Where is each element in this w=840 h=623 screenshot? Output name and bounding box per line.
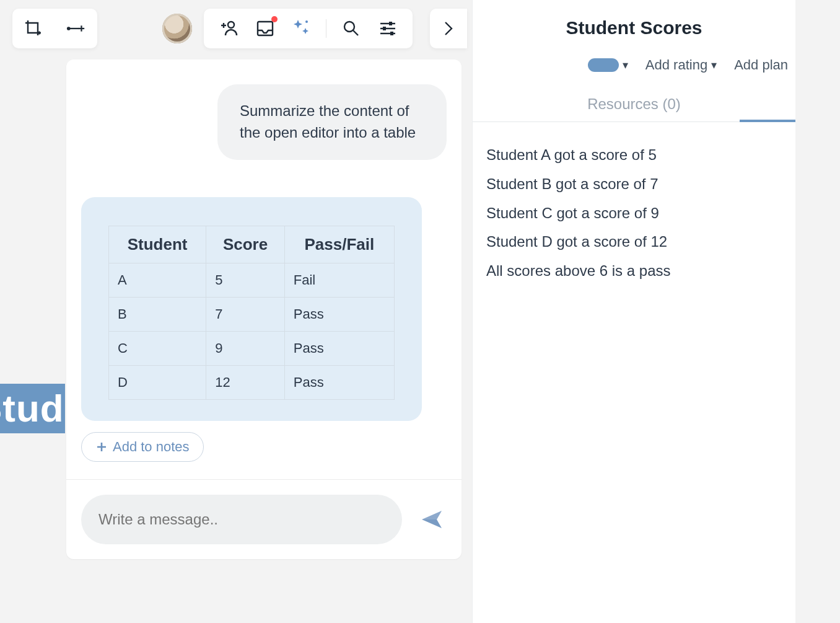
notification-dot [271,16,278,22]
svg-point-1 [228,22,234,28]
svg-point-3 [305,20,308,23]
send-button[interactable] [417,505,447,534]
table-row: D 12 Pass [109,365,395,399]
table-row: B 7 Pass [109,297,395,331]
svg-rect-7 [390,32,393,35]
tab-indicator [740,120,795,122]
chevron-down-icon: ▾ [711,58,717,72]
color-pill-dropdown[interactable]: ▾ [588,58,628,72]
add-rating-button[interactable]: Add rating ▾ [645,57,717,73]
content-line: Student C got a score of 9 [486,199,782,228]
message-input[interactable] [81,495,402,544]
svg-rect-6 [383,27,386,30]
content-line: Student D got a score of 12 [486,228,782,257]
svg-rect-5 [389,22,392,25]
background-selection-text: Stud [0,384,65,433]
collapse-panel-button[interactable] [430,9,467,48]
toolbar-divider [326,19,326,38]
search-icon[interactable] [340,17,362,40]
sidebar-content: Student A got a score of 5 Student B got… [473,122,795,304]
sparkle-icon[interactable] [290,17,312,40]
th-student: Student [109,226,206,263]
color-pill [588,58,619,72]
add-user-icon[interactable] [217,17,240,40]
add-to-notes-label: Add to notes [113,439,190,455]
content-line: Student B got a score of 7 [486,170,782,199]
table-row: C 9 Pass [109,331,395,365]
table-row: A 5 Fail [109,263,395,297]
th-score: Score [206,226,285,263]
score-table: Student Score Pass/Fail A 5 Fail B [108,226,395,400]
crop-add-icon[interactable] [24,19,43,38]
svg-point-4 [344,22,354,32]
ai-response-card: Student Score Pass/Fail A 5 Fail B [81,197,422,421]
right-sidebar: Student Scores ▾ Add rating ▾ Add plan R… [472,0,795,623]
add-plan-button[interactable]: Add plan [734,57,788,73]
plus-icon [95,441,108,453]
th-passfail: Pass/Fail [284,226,394,263]
add-to-notes-button[interactable]: Add to notes [81,432,204,462]
user-message-bubble: Summarize the content of the open editor… [217,84,447,160]
content-line: Student A got a score of 5 [486,141,782,170]
chevron-down-icon: ▾ [623,58,628,72]
tab-resources[interactable]: Resources (0) [587,95,681,112]
content-line: All scores above 6 is a pass [486,257,782,286]
sidebar-title: Student Scores [473,0,795,57]
chat-panel: Summarize the content of the open editor… [66,60,462,559]
send-icon [419,507,444,532]
line-add-icon[interactable] [66,19,86,38]
composer [66,480,462,559]
sliders-icon[interactable] [377,17,399,40]
sidebar-tabs: Resources (0) [473,87,795,122]
add-rating-label: Add rating [645,57,707,73]
inbox-icon[interactable] [254,17,276,40]
avatar[interactable] [162,14,192,43]
top-left-toolbar [12,9,97,48]
center-toolbar [204,9,413,48]
